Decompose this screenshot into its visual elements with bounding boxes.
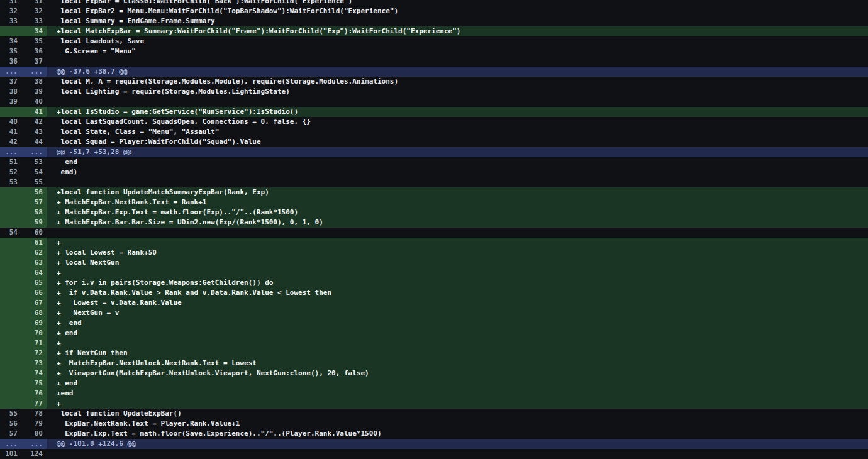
new-line-number[interactable]: 59 <box>21 218 47 228</box>
new-line-number[interactable]: 35 <box>21 36 47 47</box>
old-line-number[interactable]: 32 <box>0 6 21 16</box>
new-line-number[interactable]: ... <box>21 147 47 157</box>
new-line-number[interactable]: 80 <box>21 429 47 439</box>
new-line-number[interactable]: 44 <box>21 137 47 147</box>
old-line-number[interactable] <box>0 308 21 318</box>
new-line-number[interactable]: 37 <box>21 57 47 67</box>
old-line-number[interactable]: 41 <box>0 127 21 137</box>
new-line-number[interactable]: 71 <box>21 338 47 348</box>
old-line-number[interactable]: 53 <box>0 177 21 187</box>
new-line-number[interactable]: 54 <box>21 167 47 177</box>
new-line-number[interactable]: 64 <box>21 268 47 278</box>
new-line-number[interactable]: 53 <box>21 157 47 167</box>
new-line-number[interactable]: 36 <box>21 47 47 57</box>
new-line-number[interactable]: 38 <box>21 77 47 87</box>
old-line-number[interactable]: 57 <box>0 429 21 439</box>
old-line-number[interactable] <box>0 318 21 328</box>
old-line-number[interactable] <box>0 278 21 288</box>
new-line-number[interactable]: 56 <box>21 187 47 197</box>
new-line-number[interactable]: 78 <box>21 409 47 419</box>
new-line-number[interactable]: 32 <box>21 6 47 16</box>
new-line-number[interactable]: 74 <box>21 368 47 379</box>
old-line-number[interactable] <box>0 107 21 117</box>
new-line-number[interactable]: 43 <box>21 127 47 137</box>
new-line-number[interactable]: 34 <box>21 26 47 36</box>
old-line-number[interactable]: 33 <box>0 16 21 26</box>
new-line-number[interactable]: 61 <box>21 238 47 248</box>
old-line-number[interactable]: 31 <box>0 0 21 6</box>
new-line-number[interactable]: 39 <box>21 87 47 97</box>
new-line-number[interactable]: 65 <box>21 278 47 288</box>
old-line-number[interactable] <box>0 338 21 348</box>
new-line-number[interactable]: ... <box>21 67 47 77</box>
old-line-number[interactable]: 38 <box>0 87 21 97</box>
old-line-number[interactable] <box>0 238 21 248</box>
new-line-number[interactable]: 67 <box>21 298 47 308</box>
old-line-number[interactable] <box>0 358 21 368</box>
old-line-number[interactable]: ... <box>0 439 21 449</box>
new-line-number[interactable]: 70 <box>21 328 47 338</box>
old-line-number[interactable] <box>0 399 21 409</box>
old-line-number[interactable] <box>0 218 21 228</box>
new-line-number[interactable]: ... <box>21 439 47 449</box>
code-line: + MatchExpBar.Exp.Text = math.floor(Exp)… <box>47 207 868 218</box>
code-line: + local NextGun <box>47 258 868 268</box>
old-line-number[interactable] <box>0 258 21 268</box>
new-line-number[interactable]: 79 <box>21 419 47 429</box>
diff-row-add: 77 + <box>0 399 868 409</box>
old-line-number[interactable] <box>0 197 21 207</box>
new-line-number[interactable]: 57 <box>21 197 47 207</box>
old-line-number[interactable] <box>0 26 21 36</box>
new-line-number[interactable]: 41 <box>21 107 47 117</box>
old-line-number[interactable]: ... <box>0 147 21 157</box>
new-line-number[interactable]: 55 <box>21 177 47 187</box>
old-line-number[interactable]: 36 <box>0 57 21 67</box>
new-line-number[interactable]: 69 <box>21 318 47 328</box>
new-line-number[interactable]: 73 <box>21 358 47 368</box>
old-line-number[interactable] <box>0 379 21 389</box>
new-line-number[interactable]: 63 <box>21 258 47 268</box>
old-line-number[interactable]: 37 <box>0 77 21 87</box>
old-line-number[interactable] <box>0 368 21 379</box>
new-line-number[interactable]: 124 <box>21 449 47 459</box>
new-line-number[interactable]: 62 <box>21 248 47 258</box>
code-line: local State, Class = "Menu", "Assault" <box>47 127 868 137</box>
new-line-number[interactable]: 58 <box>21 207 47 218</box>
old-line-number[interactable]: ... <box>0 67 21 77</box>
new-line-number[interactable]: 76 <box>21 389 47 399</box>
old-line-number[interactable]: 42 <box>0 137 21 147</box>
old-line-number[interactable]: 56 <box>0 419 21 429</box>
new-line-number[interactable]: 60 <box>21 228 47 238</box>
new-line-number[interactable]: 72 <box>21 348 47 358</box>
code-line: +end <box>47 389 868 399</box>
old-line-number[interactable]: 55 <box>0 409 21 419</box>
old-line-number[interactable] <box>0 389 21 399</box>
old-line-number[interactable] <box>0 187 21 197</box>
old-line-number[interactable]: 34 <box>0 36 21 47</box>
old-line-number[interactable] <box>0 288 21 298</box>
old-line-number[interactable] <box>0 268 21 278</box>
new-line-number[interactable]: 68 <box>21 308 47 318</box>
old-line-number[interactable] <box>0 207 21 218</box>
diff-row-add: 72 + if NextGun then <box>0 348 868 358</box>
diff-row-add: 68 + NextGun = v <box>0 308 868 318</box>
new-line-number[interactable]: 66 <box>21 288 47 298</box>
old-line-number[interactable] <box>0 298 21 308</box>
old-line-number[interactable] <box>0 328 21 338</box>
old-line-number[interactable] <box>0 248 21 258</box>
old-line-number[interactable]: 101 <box>0 449 21 459</box>
old-line-number[interactable]: 51 <box>0 157 21 167</box>
new-line-number[interactable]: 31 <box>21 0 47 6</box>
code-line: local Lighting = require(Storage.Modules… <box>47 87 868 97</box>
old-line-number[interactable]: 54 <box>0 228 21 238</box>
old-line-number[interactable]: 52 <box>0 167 21 177</box>
new-line-number[interactable]: 75 <box>21 379 47 389</box>
new-line-number[interactable]: 40 <box>21 97 47 107</box>
new-line-number[interactable]: 42 <box>21 117 47 127</box>
new-line-number[interactable]: 77 <box>21 399 47 409</box>
old-line-number[interactable]: 40 <box>0 117 21 127</box>
old-line-number[interactable]: 39 <box>0 97 21 107</box>
old-line-number[interactable]: 35 <box>0 47 21 57</box>
new-line-number[interactable]: 33 <box>21 16 47 26</box>
old-line-number[interactable] <box>0 348 21 358</box>
